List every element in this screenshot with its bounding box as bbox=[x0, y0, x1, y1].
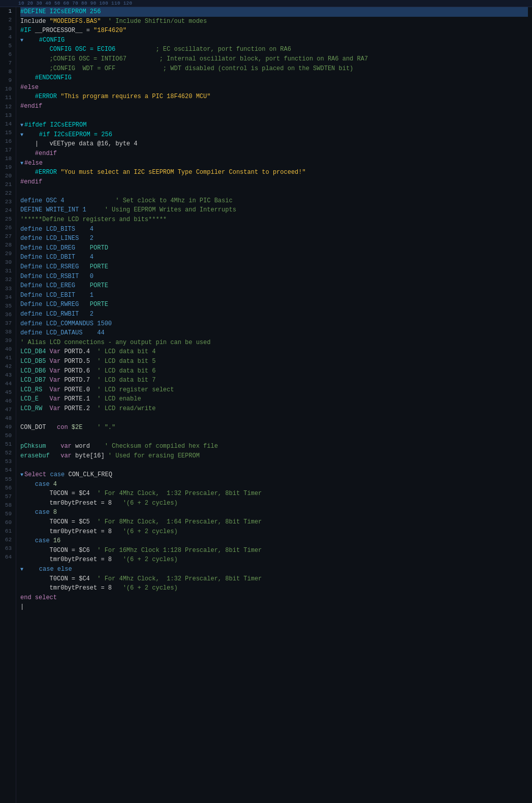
code-line: #endif bbox=[20, 102, 528, 111]
code-token: define OSC 4 bbox=[20, 196, 64, 206]
code-token: #DEFINE I2CsEEPROM 256 bbox=[20, 7, 101, 17]
code-line: Define LCD_DBIT 4 bbox=[20, 253, 528, 262]
code-line: ;CONFIG OSC = INTIO67 ; Internal oscilla… bbox=[20, 54, 528, 64]
code-token: ; Internal oscillator block, port functi… bbox=[127, 54, 368, 64]
code-token: CON_DOT bbox=[20, 423, 57, 433]
code-token bbox=[24, 565, 39, 574]
code-line: T0CON = $C4 ' For 4Mhz Clock, 1:32 Presc… bbox=[20, 489, 528, 499]
code-token: define LCD_COMMANDUS 1500 bbox=[20, 319, 112, 329]
code-line: Define LCD_DREG PORTD bbox=[20, 243, 528, 253]
code-line: ▼ #if I2CsEEPROM = 256 bbox=[20, 130, 528, 140]
code-token: #if I2CsEEPROM = 256 bbox=[24, 130, 112, 140]
line-number: 8 bbox=[2, 68, 12, 76]
code-token: ' For 4Mhz Clock, 1:32 Prescaler, 8bit T… bbox=[97, 489, 262, 499]
code-token: T0CON = $C4 bbox=[20, 574, 97, 584]
code-line: #endif bbox=[20, 177, 528, 187]
code-token: ' For 16Mhz Clock 1:128 Prescaler, 8bit … bbox=[97, 546, 262, 555]
collapse-icon[interactable]: ▼ bbox=[20, 37, 23, 45]
code-line: | bbox=[20, 602, 528, 612]
code-token: Select bbox=[24, 470, 50, 480]
code-line: CONFIG OSC = ECIO6 ; EC oscillator, port… bbox=[20, 45, 528, 54]
line-number: 29 bbox=[2, 250, 12, 258]
line-number: 14 bbox=[2, 120, 12, 129]
code-token: T0CON = $C5 bbox=[20, 517, 97, 527]
code-line: ;CONFIG WDT = OFF ; WDT disabled (contro… bbox=[20, 64, 528, 74]
code-token: var bbox=[60, 451, 75, 461]
code-line: define LCD_BITS 4 bbox=[20, 225, 528, 234]
code-token: ' Used for erasing EEPROM bbox=[108, 451, 200, 461]
code-line: tmr0bytPreset = 8 '(6 + 2 cycles) bbox=[20, 499, 528, 508]
code-token: PORTE bbox=[90, 262, 108, 272]
code-token: Var bbox=[50, 394, 65, 404]
collapse-icon[interactable]: ▼ bbox=[20, 566, 23, 574]
line-number: 49 bbox=[2, 423, 12, 431]
line-number: 38 bbox=[2, 328, 12, 336]
code-token: ' LCD register select bbox=[97, 385, 174, 395]
code-token: byte[16] bbox=[75, 451, 108, 461]
line-number: 50 bbox=[2, 431, 12, 440]
code-token: LCD_E bbox=[20, 394, 50, 404]
code-token: ' Set clock to 4Mhz in PIC Basic bbox=[64, 196, 232, 206]
line-number: 45 bbox=[2, 388, 12, 397]
line-number: 24 bbox=[2, 206, 12, 215]
code-token: #endif bbox=[20, 102, 42, 111]
line-number: 1 bbox=[2, 7, 12, 16]
code-token: PORTE.1 bbox=[64, 394, 97, 404]
code-line: LCD_RS Var PORTE.0 ' LCD register select bbox=[20, 385, 528, 395]
code-token: con bbox=[57, 423, 72, 433]
code-line: erasebuf var byte[16] ' Used for erasing… bbox=[20, 451, 528, 461]
code-line: Define LCD_RSBIT 0 bbox=[20, 272, 528, 282]
code-token: '(6 + 2 cycles) bbox=[123, 499, 178, 508]
code-token: PORTE bbox=[90, 300, 108, 310]
line-number: 23 bbox=[2, 198, 12, 206]
code-token: define LCD_BITS 4 bbox=[20, 225, 93, 234]
code-token: Var bbox=[50, 385, 65, 395]
code-line: '*****Define LCD registers and bits***** bbox=[20, 215, 528, 225]
code-line: define LCD_COMMANDUS 1500 bbox=[20, 319, 528, 329]
collapse-icon[interactable]: ▼ bbox=[20, 131, 23, 139]
code-line: case 4 bbox=[20, 480, 528, 489]
code-line: #ERROR "You must select an I2C sEEPROM T… bbox=[20, 168, 528, 177]
code-area[interactable]: #DEFINE I2CsEEPROM 256Include "MODEDEFS.… bbox=[16, 7, 532, 803]
code-token: PORTE bbox=[90, 281, 108, 291]
line-number: 52 bbox=[2, 449, 12, 457]
code-token: tmr0bytPreset = 8 bbox=[20, 583, 123, 593]
line-number: 18 bbox=[2, 155, 12, 163]
code-token: LCD_DB5 bbox=[20, 357, 50, 366]
code-line: LCD_DB7 Var PORTD.7 ' LCD data bit 7 bbox=[20, 376, 528, 385]
code-line: Define LCD_EBIT 1 bbox=[20, 291, 528, 300]
code-token: 16 bbox=[53, 536, 60, 546]
code-line: #IF __PROCESSOR__ = "18F4620" bbox=[20, 26, 528, 36]
code-token: PORTD.5 bbox=[64, 357, 97, 366]
code-line: Define LCD_EREG PORTE bbox=[20, 281, 528, 291]
code-token: tmr0bytPreset = 8 bbox=[20, 499, 123, 508]
line-number: 51 bbox=[2, 440, 12, 449]
code-token: PORTE.2 bbox=[64, 404, 97, 414]
line-number: 43 bbox=[2, 371, 12, 380]
code-token: tmr0bytPreset = 8 bbox=[20, 555, 123, 565]
code-token: ' "." bbox=[97, 423, 115, 433]
collapse-icon[interactable]: ▼ bbox=[20, 121, 23, 130]
code-token: 8 bbox=[53, 508, 57, 517]
code-token: '*****Define LCD registers and bits***** bbox=[20, 215, 167, 225]
code-line: define LCD_DATAUS 44 bbox=[20, 328, 528, 338]
line-number: 15 bbox=[2, 129, 12, 137]
code-line: T0CON = $C5 ' For 8Mhz Clock, 1:64 Presc… bbox=[20, 517, 528, 527]
code-token: LCD_DB7 bbox=[20, 376, 50, 385]
code-token: ' LCD data bit 5 bbox=[97, 357, 155, 366]
collapse-icon[interactable]: ▼ bbox=[20, 160, 23, 168]
code-token: pChksum bbox=[20, 442, 60, 451]
code-line: ▼#else bbox=[20, 159, 528, 168]
code-token: | bbox=[20, 602, 24, 612]
code-token: LCD_RW bbox=[20, 404, 50, 414]
code-token: Var bbox=[50, 366, 65, 376]
code-line: tmr0bytPreset = 8 '(6 + 2 cycles) bbox=[20, 555, 528, 565]
line-number: 39 bbox=[2, 336, 12, 345]
code-token: ' For 4Mhz Clock, 1:32 Prescaler, 8bit T… bbox=[97, 574, 262, 584]
code-token: PORTE.0 bbox=[64, 385, 97, 395]
collapse-icon[interactable]: ▼ bbox=[20, 471, 23, 479]
line-number: 41 bbox=[2, 354, 12, 362]
line-number: 28 bbox=[2, 241, 12, 250]
line-number: 36 bbox=[2, 311, 12, 319]
code-line: T0CON = $C6 ' For 16Mhz Clock 1:128 Pres… bbox=[20, 546, 528, 555]
